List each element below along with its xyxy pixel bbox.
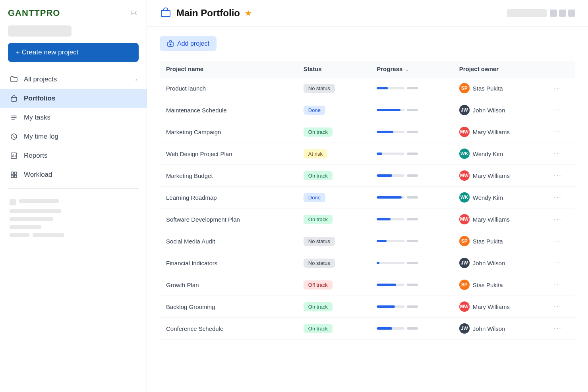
row-menu-button[interactable]: ··· bbox=[551, 105, 565, 115]
row-menu-cell[interactable]: ··· bbox=[544, 165, 575, 187]
svg-rect-13 bbox=[11, 175, 14, 178]
project-owner-cell: MW Mary Williams bbox=[453, 165, 545, 187]
project-progress-cell bbox=[370, 209, 453, 230]
project-status-cell: On track bbox=[297, 296, 370, 318]
project-progress-cell bbox=[370, 296, 453, 318]
progress-bar-fill bbox=[377, 109, 400, 111]
header-dot-3[interactable] bbox=[568, 10, 575, 17]
project-status-cell: No status bbox=[297, 252, 370, 274]
owner-name: Wendy Kim bbox=[473, 194, 503, 201]
row-menu-cell[interactable]: ··· bbox=[544, 274, 575, 296]
add-project-button[interactable]: Add project bbox=[160, 36, 217, 51]
project-name: Financial Indicators bbox=[166, 260, 217, 266]
row-menu-cell[interactable]: ··· bbox=[544, 99, 575, 121]
svg-rect-11 bbox=[11, 172, 14, 174]
progress-bar-track bbox=[377, 262, 404, 264]
progress-skeleton bbox=[407, 109, 418, 111]
sidebar-item-label: Workload bbox=[24, 171, 52, 179]
progress-skeleton bbox=[407, 284, 418, 286]
table-row: Product launch No status SP Stas Pukita bbox=[160, 77, 575, 99]
progress-bar-track bbox=[377, 109, 404, 111]
row-menu-cell[interactable]: ··· bbox=[544, 230, 575, 252]
project-name: Learning Roadmap bbox=[166, 194, 217, 201]
status-badge: Done bbox=[304, 193, 325, 202]
svg-rect-2 bbox=[11, 97, 17, 101]
project-progress-cell bbox=[370, 77, 453, 99]
project-progress-cell bbox=[370, 99, 453, 121]
row-menu-button[interactable]: ··· bbox=[551, 323, 565, 333]
project-progress-cell bbox=[370, 274, 453, 296]
header-dot-1[interactable] bbox=[550, 10, 557, 17]
progress-bar-track bbox=[377, 284, 404, 286]
project-owner-cell: JW John Wilson bbox=[453, 252, 545, 274]
owner-cell: MW Mary Williams bbox=[459, 127, 538, 137]
avatar: WK bbox=[459, 192, 470, 203]
row-menu-button[interactable]: ··· bbox=[551, 170, 565, 180]
row-menu-cell[interactable]: ··· bbox=[544, 296, 575, 318]
row-menu-button[interactable]: ··· bbox=[551, 192, 565, 202]
table-row: Social Media Audit No status SP Stas Puk… bbox=[160, 230, 575, 252]
avatar: JW bbox=[459, 258, 470, 268]
owner-name: Mary Williams bbox=[473, 129, 510, 135]
sidebar-item-my-tasks[interactable]: My tasks bbox=[0, 108, 147, 127]
projects-table: Project name Status Progress ↓ Project o… bbox=[160, 61, 575, 340]
main-content-area: Main Portfolio ★ Add project bbox=[147, 0, 588, 392]
row-menu-cell[interactable]: ··· bbox=[544, 187, 575, 209]
progress-bar-fill bbox=[377, 174, 392, 177]
table-row: Web Design Project Plan At risk WK Wendy… bbox=[160, 143, 575, 165]
progress-bar-track bbox=[377, 131, 404, 133]
sidebar-item-portfolios[interactable]: Portfolios bbox=[0, 89, 147, 108]
row-menu-button[interactable]: ··· bbox=[551, 127, 565, 137]
column-header-progress[interactable]: Progress ↓ bbox=[370, 61, 453, 77]
row-menu-button[interactable]: ··· bbox=[551, 258, 565, 268]
row-menu-button[interactable]: ··· bbox=[551, 280, 565, 290]
portfolio-title-row: Main Portfolio ★ bbox=[160, 6, 252, 20]
portfolio-icon bbox=[160, 6, 172, 20]
row-menu-button[interactable]: ··· bbox=[551, 149, 565, 158]
svg-rect-12 bbox=[14, 172, 17, 174]
progress-bar-track bbox=[377, 174, 404, 177]
project-progress-cell bbox=[370, 121, 453, 143]
row-menu-cell[interactable]: ··· bbox=[544, 121, 575, 143]
header-actions bbox=[507, 9, 575, 17]
project-owner-cell: WK Wendy Kim bbox=[453, 187, 545, 209]
sidebar-item-reports[interactable]: Reports bbox=[0, 146, 147, 165]
project-status-cell: No status bbox=[297, 230, 370, 252]
progress-bar-container bbox=[377, 153, 447, 155]
row-menu-button[interactable]: ··· bbox=[551, 301, 565, 311]
row-menu-cell[interactable]: ··· bbox=[544, 77, 575, 99]
progress-bar-fill bbox=[377, 196, 402, 199]
collapse-button[interactable] bbox=[131, 9, 139, 17]
owner-name: Mary Williams bbox=[473, 216, 510, 223]
progress-bar-track bbox=[377, 305, 404, 308]
row-menu-button[interactable]: ··· bbox=[551, 214, 565, 224]
create-project-button[interactable]: + Create new project bbox=[8, 43, 139, 62]
project-owner-cell: WK Wendy Kim bbox=[453, 143, 545, 165]
owner-name: John Wilson bbox=[473, 107, 505, 114]
owner-cell: JW John Wilson bbox=[459, 323, 538, 334]
project-name-cell: Marketing Campaign bbox=[160, 121, 297, 143]
owner-name: John Wilson bbox=[473, 260, 505, 266]
progress-bar-track bbox=[377, 218, 404, 220]
row-menu-cell[interactable]: ··· bbox=[544, 209, 575, 230]
sidebar-item-workload[interactable]: Workload bbox=[0, 165, 147, 184]
avatar: MW bbox=[459, 214, 470, 224]
project-status-cell: Off track bbox=[297, 274, 370, 296]
sidebar-header: GANTTPRO bbox=[0, 0, 147, 22]
row-menu-cell[interactable]: ··· bbox=[544, 143, 575, 165]
sidebar-item-all-projects[interactable]: All projects › bbox=[0, 70, 147, 89]
row-menu-cell[interactable]: ··· bbox=[544, 252, 575, 274]
star-icon[interactable]: ★ bbox=[245, 8, 252, 18]
row-menu-button[interactable]: ··· bbox=[551, 236, 565, 246]
sidebar-item-my-time-log[interactable]: My time log bbox=[0, 127, 147, 146]
owner-name: Mary Williams bbox=[473, 172, 510, 179]
project-status-cell: On track bbox=[297, 318, 370, 340]
row-menu-button[interactable]: ··· bbox=[551, 83, 565, 93]
status-badge: No status bbox=[304, 84, 335, 93]
row-menu-cell[interactable]: ··· bbox=[544, 318, 575, 340]
column-header-status: Status bbox=[297, 61, 370, 77]
project-progress-cell bbox=[370, 165, 453, 187]
owner-cell: MW Mary Williams bbox=[459, 170, 538, 181]
sidebar-nav: All projects › Portfolios My ta bbox=[0, 70, 147, 184]
header-dot-2[interactable] bbox=[559, 10, 566, 17]
